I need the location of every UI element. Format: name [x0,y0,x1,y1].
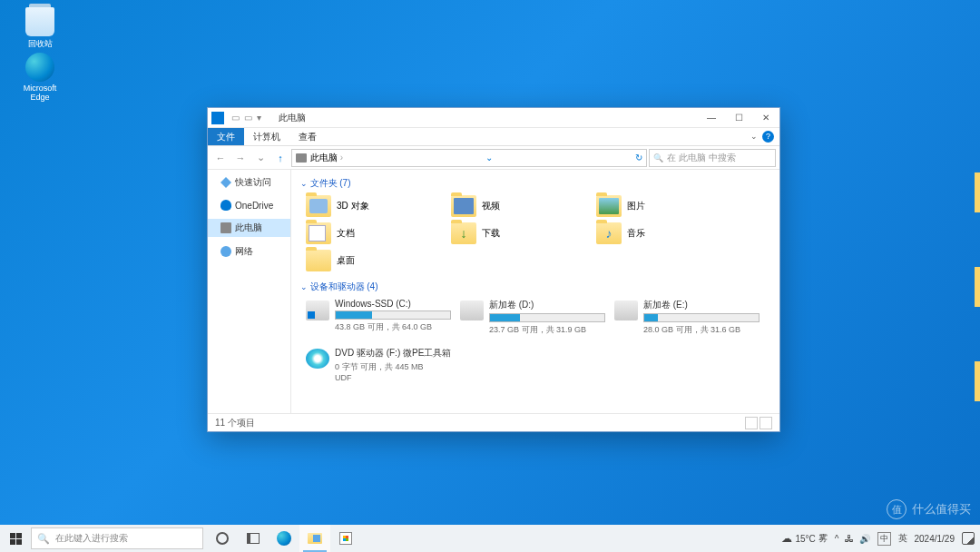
file-explorer-window: ▭ ▭ ▾ 此电脑 — ☐ ✕ 文件 计算机 查看 ⌄ ? ← → ⌄ ↑ 此电… [207,107,780,432]
folder-icon [596,195,622,217]
tray-network-icon[interactable]: 🖧 [845,534,854,544]
sidebar-onedrive[interactable]: OneDrive [208,197,290,213]
window-title: 此电脑 [271,112,698,124]
view-details-button[interactable] [745,417,758,429]
help-button[interactable]: ? [762,131,774,143]
drive-icon [460,301,484,320]
taskbar-store[interactable] [330,525,361,552]
folder-label: 3D 对象 [337,200,369,212]
sidebar-network[interactable]: 网络 [208,242,290,261]
drive-item[interactable]: 新加卷 (E:)28.0 GB 可用，共 31.6 GB [614,299,760,336]
folder-item[interactable]: 音乐 [596,222,678,244]
folder-icon [306,222,331,244]
group-header-drives[interactable]: 设备和驱动器 (4) [300,281,770,293]
cortana-button[interactable] [207,525,238,552]
taskbar-search[interactable]: 在此键入进行搜索 [31,527,203,549]
status-item-count: 11 个项目 [215,417,255,429]
folder-icon [306,195,331,217]
status-bar: 11 个项目 [208,413,779,431]
refresh-icon[interactable]: ↻ [635,153,642,163]
qat-newfolder-icon[interactable]: ▭ [244,113,255,123]
folder-item[interactable]: 3D 对象 [306,195,387,217]
drive-usage-bar [335,310,451,320]
folder-item[interactable]: 桌面 [306,250,387,271]
weather-widget[interactable]: 15°C 雾 [781,532,827,545]
qat-properties-icon[interactable]: ▭ [231,113,242,123]
search-placeholder: 在此键入进行搜索 [55,532,128,545]
drive-usage-bar [489,313,605,322]
titlebar[interactable]: ▭ ▭ ▾ 此电脑 — ☐ ✕ [208,108,779,128]
drive-item[interactable]: DVD 驱动器 (F:) 微PE工具箱0 字节 可用，共 445 MBUDF [306,347,451,382]
network-icon [220,246,231,257]
nav-up-button[interactable]: ↑ [271,149,289,167]
start-button[interactable] [0,525,31,552]
watermark: 值 什么值得买 [887,499,971,519]
watermark-text: 什么值得买 [912,501,971,518]
address-bar[interactable]: 此电脑 ⌄ ↻ [291,149,647,167]
action-center-button[interactable] [962,532,975,545]
nav-back-button[interactable]: ← [211,149,230,167]
nav-forward-button[interactable]: → [231,149,250,167]
nav-recent-dropdown[interactable]: ⌄ [251,149,270,167]
folder-item[interactable]: 下载 [451,222,533,244]
system-menu-icon[interactable] [211,112,224,124]
folder-item[interactable]: 文档 [306,222,387,244]
view-tiles-button[interactable] [760,417,772,429]
qat-dropdown-icon[interactable]: ▾ [257,113,268,123]
minimize-button[interactable]: — [698,108,725,128]
folder-label: 下载 [482,227,500,240]
folder-item[interactable]: 视频 [451,195,533,217]
desktop-edge[interactable]: Microsoft Edge [13,53,67,102]
weather-desc: 雾 [818,532,828,545]
windows-logo-icon [10,533,22,545]
taskbar-file-explorer[interactable] [299,525,330,552]
drive-space: 0 字节 可用，共 445 MB [335,361,451,373]
tray-volume-icon[interactable]: 🔊 [859,534,870,544]
tray-chevron-icon[interactable]: ^ [835,534,839,544]
file-explorer-icon [308,533,322,544]
desktop-icon-label: 回收站 [13,38,67,50]
drive-name: DVD 驱动器 (F:) 微PE工具箱 [335,347,451,360]
address-bar-row: ← → ⌄ ↑ 此电脑 ⌄ ↻ 在 此电脑 中搜索 [208,146,779,170]
content-pane[interactable]: 文件夹 (7) 3D 对象视频图片文档下载音乐桌面 设备和驱动器 (4) Win… [291,170,779,413]
sidebar-this-pc[interactable]: 此电脑 [208,219,290,237]
tab-view[interactable]: 查看 [289,128,326,145]
folder-icon [596,222,622,244]
breadcrumb[interactable]: 此电脑 [310,152,343,164]
folder-item[interactable]: 图片 [596,195,678,217]
drive-icon [306,349,329,369]
tab-file[interactable]: 文件 [208,128,244,145]
search-placeholder: 在 此电脑 中搜索 [667,152,736,164]
task-view-icon [247,533,260,544]
address-dropdown-icon[interactable]: ⌄ [485,153,493,163]
task-view-button[interactable] [238,525,269,552]
desktop-recycle-bin[interactable]: 回收站 [13,7,67,50]
close-button[interactable]: ✕ [752,108,779,128]
ribbon-tabs: 文件 计算机 查看 ⌄ ? [208,128,779,146]
ime-language[interactable]: 中 [877,532,891,546]
sidebar-quick-access[interactable]: 快速访问 [208,173,290,192]
maximize-button[interactable]: ☐ [725,108,752,128]
tray-date[interactable]: 2024/1/29 [915,534,956,544]
taskbar-edge[interactable] [269,525,299,552]
drive-icon [306,301,329,320]
ribbon-collapse-icon[interactable]: ⌄ [750,132,758,141]
drive-item[interactable]: Windows-SSD (C:)43.8 GB 可用，共 64.0 GB [306,299,451,336]
folder-icon [306,250,331,271]
search-box[interactable]: 在 此电脑 中搜索 [649,149,776,167]
folder-icon [451,222,476,244]
background-occluded-windows [975,172,980,456]
navigation-pane: 快速访问 OneDrive 此电脑 网络 [208,170,291,413]
group-header-folders[interactable]: 文件夹 (7) [300,177,770,190]
drive-item[interactable]: 新加卷 (D:)23.7 GB 可用，共 31.9 GB [460,299,605,336]
drive-space: 28.0 GB 可用，共 31.6 GB [643,324,760,336]
tab-computer[interactable]: 计算机 [244,128,289,145]
ime-mode[interactable]: 英 [898,532,907,545]
recycle-bin-icon [25,7,54,36]
store-icon [339,532,352,545]
pc-icon [220,222,231,233]
drive-name: 新加卷 (D:) [489,299,605,311]
onedrive-icon [220,200,231,211]
system-tray: 15°C 雾 ^ 🖧 🔊 中 英 2024/1/29 [776,532,980,546]
watermark-logo: 值 [887,499,906,519]
